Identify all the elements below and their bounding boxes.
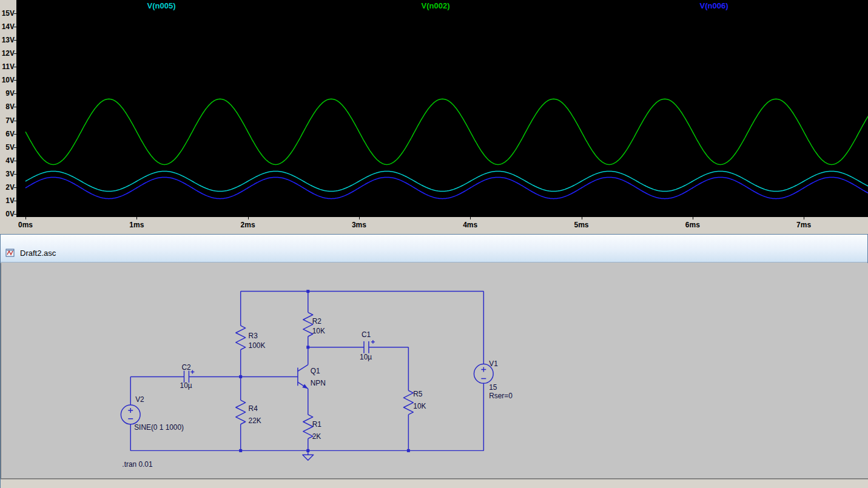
component-label[interactable]: R5	[413, 390, 423, 398]
y-axis-tick	[14, 147, 16, 148]
component-label[interactable]: R2	[312, 317, 321, 326]
y-axis-tick	[14, 214, 16, 215]
trace-V(n006)	[25, 177, 868, 198]
component-label[interactable]: R3	[249, 332, 258, 340]
y-axis-tick-label[interactable]: 9V	[0, 89, 15, 98]
component-label[interactable]: R4	[249, 404, 258, 413]
component-label[interactable]: C2	[182, 363, 191, 372]
y-axis-tick	[14, 121, 16, 121]
x-axis-tick	[582, 217, 582, 219]
y-axis-tick	[14, 80, 16, 81]
status-bar	[1, 479, 868, 488]
x-axis-tick-label[interactable]: 4ms	[463, 221, 477, 229]
y-axis-tick-label[interactable]: 13V	[0, 36, 15, 44]
transistor-Q1[interactable]: Q1 NPN	[241, 347, 326, 399]
resistor-R5[interactable]: R5 10K	[403, 347, 426, 451]
legend-V(n002)[interactable]: V(n002)	[422, 1, 450, 10]
y-axis-tick	[14, 134, 16, 135]
capacitor-C2[interactable]: C2 10µ	[130, 363, 240, 390]
component-label[interactable]: C1	[362, 330, 371, 339]
x-axis-tick-label[interactable]: 5ms	[574, 221, 588, 229]
component-value[interactable]: SINE(0 1 1000)	[134, 423, 184, 432]
y-axis-tick	[14, 174, 16, 175]
y-axis-gutter[interactable]: 15V14V13V12V11V10V9V8V7V6V5V4V3V2V1V0V	[0, 0, 16, 217]
voltage-source-V1[interactable]: V1 15 Rser=0	[474, 292, 513, 451]
component-value[interactable]: 2K	[312, 432, 321, 441]
schematic-window: Draft2.asc R3 100K R2 10K	[0, 234, 868, 488]
component-value[interactable]: 15	[489, 383, 497, 392]
y-axis-tick	[14, 107, 16, 107]
component-label[interactable]: R1	[312, 420, 322, 429]
emitter-arrow	[302, 384, 308, 389]
x-axis-tick	[359, 217, 360, 219]
x-axis-tick-label[interactable]: 7ms	[796, 221, 811, 229]
y-axis-tick	[14, 187, 16, 188]
y-axis-tick-label[interactable]: 6V	[0, 130, 15, 138]
x-axis-tick-label[interactable]: 6ms	[685, 221, 700, 229]
x-axis-tick	[470, 217, 471, 219]
resistor-R2[interactable]: R2 10K	[303, 292, 325, 347]
component-value[interactable]: 10µ	[180, 381, 192, 390]
x-axis-tick-label[interactable]: 2ms	[241, 221, 255, 229]
x-axis-tick-label[interactable]: 3ms	[352, 221, 366, 229]
y-axis-tick	[14, 13, 16, 14]
y-axis-tick-label[interactable]: 4V	[0, 156, 15, 165]
component-value[interactable]: 100K	[249, 341, 266, 350]
x-axis-tick	[804, 217, 804, 219]
y-axis-tick-label[interactable]: 5V	[0, 143, 15, 152]
y-axis-tick-label[interactable]: 11V	[0, 62, 15, 71]
resistor-R3[interactable]: R3 100K	[236, 292, 266, 377]
trace-V(n002)	[25, 99, 868, 164]
y-axis-tick-label[interactable]: 15V	[0, 9, 15, 18]
y-axis-tick-label[interactable]: 8V	[0, 102, 15, 111]
waveform-viewer-pane[interactable]: V(n005)V(n002)V(n006) 15V14V13V12V11V10V…	[0, 0, 868, 233]
schematic-drawing: R3 100K R2 10K R4 22K R1	[1, 263, 868, 478]
schematic-window-title: Draft2.asc	[20, 249, 56, 258]
waveform-plot-area[interactable]: V(n005)V(n002)V(n006)	[16, 0, 868, 217]
trace-V(n005)	[25, 171, 868, 191]
schematic-titlebar[interactable]: Draft2.asc	[1, 235, 867, 262]
voltage-source-V2[interactable]: V2 SINE(0 1 1000)	[121, 376, 184, 450]
x-axis-tick	[248, 217, 249, 219]
component-value[interactable]: 10µ	[360, 353, 372, 361]
y-axis-tick	[14, 93, 16, 94]
x-axis-tick	[136, 217, 137, 219]
y-axis-tick-label[interactable]: 2V	[0, 183, 15, 192]
x-axis-tick	[693, 217, 693, 219]
resistor-R1[interactable]: R1 2K	[303, 399, 321, 450]
schematic-canvas[interactable]: R3 100K R2 10K R4 22K R1	[1, 263, 868, 479]
y-axis-tick-label[interactable]: 14V	[0, 22, 15, 31]
waveform-traces-svg[interactable]	[16, 0, 868, 217]
ltspice-schematic-icon	[5, 248, 15, 258]
y-axis-tick	[14, 201, 16, 201]
component-label[interactable]: V1	[489, 359, 498, 368]
y-axis-tick-label[interactable]: 10V	[0, 76, 15, 84]
legend-V(n005)[interactable]: V(n005)	[147, 1, 176, 10]
y-axis-tick-label[interactable]: 1V	[0, 196, 15, 205]
y-axis-tick-label[interactable]: 7V	[0, 116, 15, 125]
y-axis-tick-label[interactable]: 3V	[0, 170, 15, 178]
spice-directive[interactable]: .tran 0.01	[122, 460, 153, 469]
component-param[interactable]: Rser=0	[489, 392, 513, 400]
component-value[interactable]: 10K	[413, 402, 426, 410]
y-axis-tick	[14, 27, 16, 27]
y-axis-tick	[14, 67, 16, 67]
x-axis-tick-label[interactable]: 0ms	[18, 221, 33, 229]
component-value[interactable]: NPN	[311, 379, 326, 387]
component-value[interactable]: 22K	[249, 416, 261, 425]
y-axis-tick	[14, 161, 16, 161]
component-label[interactable]: Q1	[311, 367, 320, 375]
y-axis-tick-label[interactable]: 12V	[0, 49, 15, 58]
x-axis-tick-label[interactable]: 1ms	[129, 221, 144, 229]
component-label[interactable]: V2	[135, 395, 144, 404]
component-value[interactable]: 10K	[312, 327, 325, 335]
x-axis-gutter[interactable]: 0ms1ms2ms3ms4ms5ms6ms7ms	[0, 217, 868, 233]
x-axis-tick	[25, 217, 26, 219]
y-axis-tick	[14, 53, 16, 54]
y-axis-tick	[14, 40, 16, 41]
legend-V(n006)[interactable]: V(n006)	[700, 1, 728, 10]
wire-junctions	[239, 290, 410, 452]
resistor-R4[interactable]: R4 22K	[236, 376, 261, 450]
